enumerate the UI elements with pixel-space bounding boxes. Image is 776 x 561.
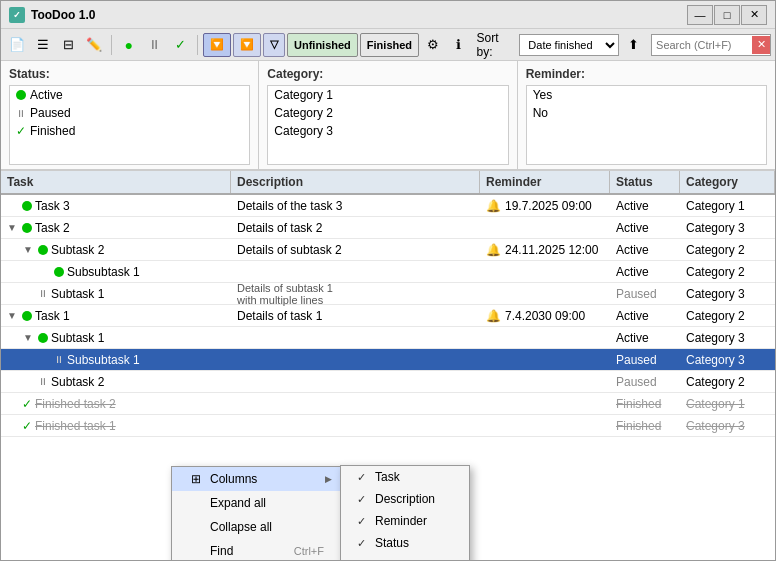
status-filter-label: Status: [9, 67, 250, 81]
toolbar-pause-btn[interactable]: ⏸ [143, 33, 167, 57]
category-cell: Category 3 [680, 352, 775, 368]
bell-icon: 🔔 [486, 309, 501, 323]
sort-asc-btn[interactable]: ⬆ [621, 33, 645, 57]
table-row[interactable]: ▼ Task 2 Details of task 2 Active Catego… [1, 217, 775, 239]
bell-icon: 🔔 [486, 199, 501, 213]
sm-check-reminder [357, 515, 369, 528]
table-row[interactable]: ▼ Subtask 2 Details of subtask 2 🔔 24.11… [1, 239, 775, 261]
expand-icon[interactable]: ▼ [7, 222, 19, 233]
task-cell: Subsubtask 1 [1, 264, 231, 280]
expand-icon[interactable] [23, 288, 35, 299]
status-cell: Paused [610, 374, 680, 390]
status-finished-item[interactable]: ✓ Finished [10, 122, 249, 140]
pause-icon: ⏸ [38, 288, 48, 299]
desc-cell [231, 337, 480, 339]
unfinished-filter-btn[interactable]: Unfinished [287, 33, 358, 57]
task-name: Task 1 [35, 309, 70, 323]
cm-find[interactable]: Find Ctrl+F [172, 539, 340, 560]
expand-icon[interactable] [7, 398, 19, 409]
help-btn[interactable]: ℹ [447, 33, 471, 57]
desc-cell [231, 271, 480, 273]
sort-label: Sort by: [477, 31, 518, 59]
reminder-yes-label: Yes [533, 88, 553, 102]
th-reminder: Reminder [480, 171, 610, 193]
toolbar-new-btn[interactable]: 📄 [5, 33, 29, 57]
cat3-item[interactable]: Category 3 [268, 122, 507, 140]
expand-icon[interactable] [39, 266, 51, 277]
sm-status[interactable]: Status [341, 532, 469, 554]
filter-icon-btn[interactable]: 🔽 [203, 33, 231, 57]
cat2-item[interactable]: Category 2 [268, 104, 507, 122]
reminder-filter-list[interactable]: Yes No [526, 85, 767, 165]
expand-icon[interactable] [23, 376, 35, 387]
task-name: Task 2 [35, 221, 70, 235]
reminder-no-item[interactable]: No [527, 104, 766, 122]
status-cell: Paused [610, 352, 680, 368]
maximize-button[interactable]: □ [714, 5, 740, 25]
status-active-item[interactable]: Active [10, 86, 249, 104]
category-filter-list[interactable]: Category 1 Category 2 Category 3 [267, 85, 508, 165]
task-cell: ▼ Task 1 [1, 308, 231, 324]
sort-dropdown[interactable]: Date finished Date created Name Status C… [519, 34, 619, 56]
status-cell: Paused [610, 286, 680, 302]
close-button[interactable]: ✕ [741, 5, 767, 25]
sm-category[interactable]: Category [341, 554, 469, 560]
expand-icon[interactable]: ▼ [7, 310, 19, 321]
window-title: TooDoo 1.0 [31, 8, 687, 22]
table-row[interactable]: ⏸ Subtask 1 Details of subtask 1with mul… [1, 283, 775, 305]
table-row[interactable]: Task 3 Details of the task 3 🔔 19.7.2025… [1, 195, 775, 217]
cm-columns-item[interactable]: ⊞ Columns Task Description Reminder [172, 467, 340, 491]
status-filter-list[interactable]: Active ⏸ Paused ✓ Finished [9, 85, 250, 165]
table-row[interactable]: ✓ Finished task 2 Finished Category 1 [1, 393, 775, 415]
table-row[interactable]: ▼ Subtask 1 Active Category 3 [1, 327, 775, 349]
reminder-cell [480, 227, 610, 229]
finished-filter-btn[interactable]: Finished [360, 33, 419, 57]
category-filter-section: Category: Category 1 Category 2 Category… [259, 61, 517, 169]
check-icon-finished: ✓ [22, 397, 32, 411]
category-cell: Category 2 [680, 264, 775, 280]
cm-collapse-all[interactable]: Collapse all [172, 515, 340, 539]
toolbar-indent-btn[interactable]: ⊟ [56, 33, 80, 57]
sm-reminder[interactable]: Reminder [341, 510, 469, 532]
cat1-item[interactable]: Category 1 [268, 86, 507, 104]
minimize-button[interactable]: — [687, 5, 713, 25]
reminder-yes-item[interactable]: Yes [527, 86, 766, 104]
toolbar-edit-btn[interactable]: ✏️ [82, 33, 106, 57]
expand-icon[interactable] [7, 420, 19, 431]
th-status: Status [610, 171, 680, 193]
search-clear-btn[interactable]: ✕ [752, 36, 770, 54]
reminder-no-label: No [533, 106, 548, 120]
filter-finished-btn[interactable]: ▽ [263, 33, 285, 57]
sm-task[interactable]: Task [341, 466, 469, 488]
active-dot [16, 90, 26, 100]
status-cell: Active [610, 308, 680, 324]
pause-icon: ⏸ [38, 376, 48, 387]
expand-icon[interactable]: ▼ [23, 332, 35, 343]
cm-find-shortcut: Ctrl+F [294, 545, 324, 557]
task-cell: ✓ Finished task 2 [1, 396, 231, 412]
status-dot-green [38, 333, 48, 343]
filter-active-btn[interactable]: 🔽 [233, 33, 261, 57]
reminder-cell [480, 425, 610, 427]
expand-icon[interactable] [7, 200, 19, 211]
toolbar-done-btn[interactable]: ✓ [168, 33, 192, 57]
desc-cell: Details of task 2 [231, 220, 480, 236]
expand-icon[interactable]: ▼ [23, 244, 35, 255]
table-row[interactable]: ⏸ Subsubtask 1 Paused Category 3 [1, 349, 775, 371]
table-row[interactable]: ▼ Task 1 Details of task 1 🔔 7.4.2030 09… [1, 305, 775, 327]
sm-description[interactable]: Description [341, 488, 469, 510]
task-name: Subtask 1 [51, 287, 104, 301]
table-row[interactable]: ✓ Finished task 1 Finished Category 3 [1, 415, 775, 437]
pause-icon: ⏸ [54, 354, 64, 365]
status-cell: Active [610, 242, 680, 258]
status-paused-item[interactable]: ⏸ Paused [10, 104, 249, 122]
task-name: Subtask 2 [51, 243, 104, 257]
task-cell: ▼ Task 2 [1, 220, 231, 236]
toolbar-list-btn[interactable]: ☰ [31, 33, 55, 57]
toolbar-active-btn[interactable]: ● [117, 33, 141, 57]
cm-expand-all[interactable]: Expand all [172, 491, 340, 515]
search-input[interactable] [652, 39, 752, 51]
table-row[interactable]: ⏸ Subtask 2 Paused Category 2 [1, 371, 775, 393]
settings-btn[interactable]: ⚙ [421, 33, 445, 57]
expand-icon[interactable] [39, 354, 51, 365]
